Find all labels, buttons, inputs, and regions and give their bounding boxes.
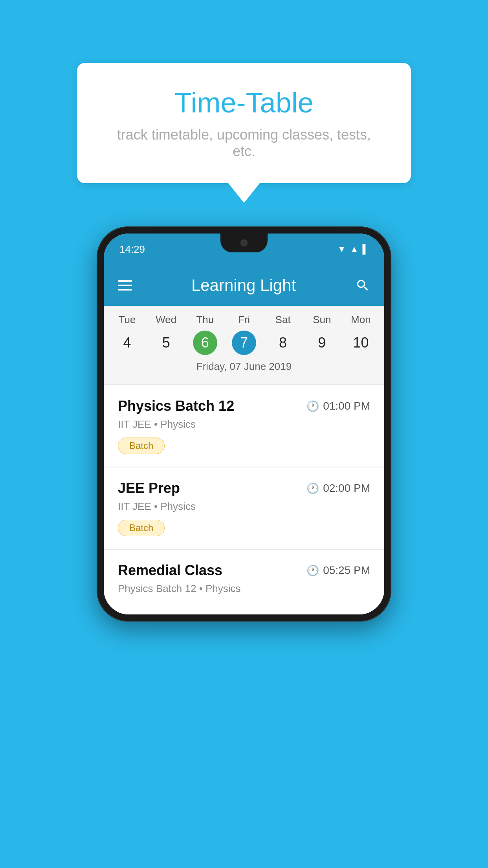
day-name-Sat: Sat xyxy=(275,314,291,326)
day-col-8[interactable]: Sat8 xyxy=(264,314,302,355)
tooltip-arrow xyxy=(228,183,260,203)
day-num-6[interactable]: 6 xyxy=(193,331,217,355)
hamburger-line-3 xyxy=(118,289,132,291)
clock-icon-0: 🕐 xyxy=(306,400,319,412)
batch-tag-0: Batch xyxy=(118,438,165,454)
tooltip-bubble: Time-Table track timetable, upcoming cla… xyxy=(77,63,411,183)
tooltip-subtitle: track timetable, upcoming classes, tests… xyxy=(108,127,380,160)
status-icons: ▼ ▲ ▌ xyxy=(338,244,369,254)
day-name-Mon: Mon xyxy=(351,314,371,326)
day-num-5[interactable]: 5 xyxy=(154,331,178,355)
signal-icon: ▲ xyxy=(350,244,359,254)
day-num-4[interactable]: 4 xyxy=(115,331,139,355)
class-time-2: 🕐 05:25 PM xyxy=(306,564,370,577)
hamburger-menu-button[interactable] xyxy=(118,280,132,291)
status-bar: 14:29 ▼ ▲ ▌ xyxy=(104,234,384,265)
camera xyxy=(240,239,248,246)
day-col-7[interactable]: Fri7 xyxy=(225,314,262,355)
phone-mockup: 14:29 ▼ ▲ ▌ Learning Light xyxy=(97,226,391,622)
day-name-Thu: Thu xyxy=(196,314,214,326)
search-icon[interactable] xyxy=(355,278,370,293)
day-num-8[interactable]: 8 xyxy=(271,331,295,355)
tooltip-title: Time-Table xyxy=(108,86,380,119)
class-name-1: JEE Prep xyxy=(118,480,180,497)
class-card-header-2: Remedial Class🕐 05:25 PM xyxy=(118,562,370,579)
class-meta-2: Physics Batch 12 • Physics xyxy=(118,583,370,595)
class-card-header-1: JEE Prep🕐 02:00 PM xyxy=(118,480,370,497)
hamburger-line-2 xyxy=(118,285,132,286)
hamburger-line-1 xyxy=(118,280,132,282)
class-time-0: 🕐 01:00 PM xyxy=(306,400,370,412)
day-col-9[interactable]: Sun9 xyxy=(303,314,341,355)
day-name-Fri: Fri xyxy=(238,314,250,326)
battery-icon: ▌ xyxy=(362,244,369,254)
calendar-strip: Tue4Wed5Thu6Fri7Sat8Sun9Mon10 Friday, 07… xyxy=(104,306,384,384)
notch xyxy=(220,234,268,252)
day-col-5[interactable]: Wed5 xyxy=(147,314,185,355)
class-card-2[interactable]: Remedial Class🕐 05:25 PMPhysics Batch 12… xyxy=(104,550,384,614)
class-name-2: Remedial Class xyxy=(118,562,222,579)
class-meta-1: IIT JEE • Physics xyxy=(118,500,370,513)
phone-outer: 14:29 ▼ ▲ ▌ Learning Light xyxy=(97,226,391,622)
wifi-icon: ▼ xyxy=(338,244,346,254)
class-cards-container: Physics Batch 12🕐 01:00 PMIIT JEE • Phys… xyxy=(104,385,384,614)
day-name-Wed: Wed xyxy=(156,314,176,326)
day-name-Tue: Tue xyxy=(119,314,136,326)
class-meta-0: IIT JEE • Physics xyxy=(118,418,370,430)
app-bar: Learning Light xyxy=(104,265,384,306)
day-num-9[interactable]: 9 xyxy=(310,331,334,355)
day-num-10[interactable]: 10 xyxy=(349,331,373,355)
tooltip-container: Time-Table track timetable, upcoming cla… xyxy=(77,63,411,203)
phone-inner: 14:29 ▼ ▲ ▌ Learning Light xyxy=(104,234,384,614)
day-col-6[interactable]: Thu6 xyxy=(186,314,224,355)
day-col-4[interactable]: Tue4 xyxy=(108,314,146,355)
batch-tag-1: Batch xyxy=(118,520,165,536)
class-card-1[interactable]: JEE Prep🕐 02:00 PMIIT JEE • PhysicsBatch xyxy=(104,467,384,549)
status-time: 14:29 xyxy=(119,243,145,256)
day-name-Sun: Sun xyxy=(313,314,331,326)
class-time-1: 🕐 02:00 PM xyxy=(306,482,370,495)
class-card-0[interactable]: Physics Batch 12🕐 01:00 PMIIT JEE • Phys… xyxy=(104,385,384,467)
selected-date-label: Friday, 07 June 2019 xyxy=(104,355,384,381)
clock-icon-1: 🕐 xyxy=(306,482,319,495)
class-card-header-0: Physics Batch 12🕐 01:00 PM xyxy=(118,398,370,414)
day-num-7[interactable]: 7 xyxy=(232,331,256,355)
class-name-0: Physics Batch 12 xyxy=(118,398,234,414)
clock-icon-2: 🕐 xyxy=(306,565,319,577)
app-bar-title: Learning Light xyxy=(191,276,296,295)
days-row: Tue4Wed5Thu6Fri7Sat8Sun9Mon10 xyxy=(104,314,384,355)
day-col-10[interactable]: Mon10 xyxy=(342,314,380,355)
